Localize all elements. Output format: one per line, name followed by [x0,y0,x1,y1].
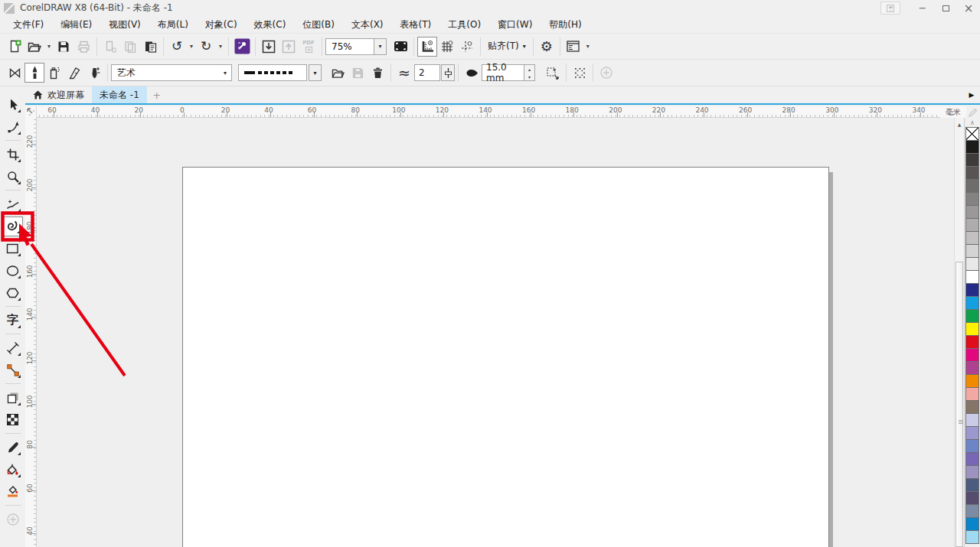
color-swatch[interactable] [965,179,979,193]
restore-button[interactable] [934,0,957,16]
redo-button[interactable]: ↻ [196,37,216,57]
color-swatch[interactable] [965,348,979,362]
crop-tool[interactable] [3,145,23,164]
minimize-button[interactable]: − [911,0,934,16]
text-tool[interactable]: 字 [3,311,23,330]
tab-welcome-screen[interactable]: 欢迎屏幕 [25,86,92,103]
new-document-button[interactable] [5,37,24,57]
zoom-tool[interactable] [3,167,23,187]
polygon-tool[interactable] [3,283,23,303]
expression-mode-button[interactable] [84,63,104,83]
options-button[interactable]: ⚙ [537,37,557,57]
color-swatch[interactable] [965,322,979,336]
color-swatch[interactable] [965,244,979,258]
application-settings-dropdown[interactable]: ▾ [583,37,593,57]
copy-button[interactable] [120,37,140,57]
stroke-width-input[interactable]: 15.0 mm [482,64,524,81]
import-button[interactable] [259,37,279,57]
smoothing-slider-button[interactable] [441,64,455,81]
dimension-tool[interactable] [3,338,23,358]
stroke-list-combobox[interactable] [238,64,307,81]
color-swatch[interactable] [965,426,979,440]
save-stroke-button[interactable] [348,63,368,83]
app-launcher-button[interactable] [232,37,252,57]
shape-tool[interactable] [3,117,23,137]
smoothing-input[interactable]: 2 [414,64,440,81]
brush-mode-button[interactable] [24,63,44,83]
horizontal-ruler[interactable]: 6040200204060801001201401601802002202402… [37,106,940,118]
interactive-fill-tool[interactable] [3,460,23,480]
vertical-scrollbar[interactable]: ▲ [954,118,964,547]
color-swatch[interactable] [965,270,979,284]
open-dropdown[interactable]: ▾ [44,37,54,57]
color-eyedropper-tool[interactable] [3,438,23,457]
color-swatch[interactable] [965,374,979,388]
color-swatch[interactable] [965,465,979,479]
color-swatch[interactable] [965,504,979,518]
color-swatch[interactable] [965,452,979,466]
zoom-level-combobox[interactable]: 75% ▾ [325,38,387,55]
stroke-width-spinner[interactable]: ▴ ▾ [524,64,535,81]
tab-flyout-button[interactable]: ▶ [963,86,980,103]
color-swatch[interactable] [965,283,979,297]
redo-dropdown[interactable]: ▾ [216,37,225,57]
pick-tool[interactable] [3,95,23,115]
calligraphic-mode-button[interactable] [64,63,84,83]
freehand-tool[interactable] [3,194,23,214]
color-swatch-none[interactable] [965,127,979,141]
scrollbar-up-icon[interactable]: ▲ [955,122,964,127]
export-button[interactable] [279,37,299,57]
new-document-tab-button[interactable]: + [147,86,167,103]
scrollbar-thumb[interactable] [956,262,963,547]
color-swatch[interactable] [965,192,979,206]
color-swatch[interactable] [965,140,979,154]
menu-item-4[interactable]: 对象(C) [197,17,246,33]
menu-item-10[interactable]: 窗口(W) [489,17,541,33]
stroke-list-dropdown[interactable]: ▾ [309,64,322,81]
drop-shadow-tool[interactable] [3,388,23,408]
drawing-canvas[interactable] [37,118,954,547]
color-swatch[interactable] [965,309,979,323]
scale-with-object-button[interactable] [543,63,563,83]
menu-item-8[interactable]: 表格(T) [392,17,440,33]
menu-item-2[interactable]: 视图(V) [100,17,149,33]
color-swatch[interactable] [965,491,979,505]
color-swatch[interactable] [965,387,979,401]
sprayer-mode-button[interactable] [44,63,64,83]
add-tools-button[interactable] [3,510,23,529]
stroke-category-combobox[interactable]: 艺术 ▾ [111,64,232,81]
border-button[interactable] [570,63,590,83]
menu-item-3[interactable]: 布局(L) [149,17,197,33]
color-swatch[interactable] [965,413,979,427]
menu-item-11[interactable]: 帮助(H) [541,17,590,33]
close-button[interactable]: × [957,0,980,16]
smart-fill-tool[interactable] [3,482,23,502]
color-swatch[interactable] [965,478,979,492]
color-swatch[interactable] [965,166,979,180]
color-swatch[interactable] [965,257,979,271]
menu-item-1[interactable]: 编辑(E) [52,17,100,33]
show-guidelines-button[interactable] [457,37,477,57]
color-swatch[interactable] [965,400,979,414]
undo-dropdown[interactable]: ▾ [187,37,196,57]
color-swatch[interactable] [965,153,979,167]
menu-item-5[interactable]: 效果(C) [246,17,295,33]
document-page[interactable] [182,167,829,547]
browse-strokes-button[interactable] [328,63,348,83]
show-grid-button[interactable] [437,37,457,57]
vertical-ruler[interactable]: 220200180160140120100806040 [25,118,37,547]
stroke-category-dropdown-icon[interactable]: ▾ [219,65,231,80]
account-avatar-button[interactable] [880,2,900,15]
edit-scale-button[interactable] [966,106,980,118]
color-swatch[interactable] [965,205,979,219]
connector-tool[interactable] [3,360,23,380]
rectangle-tool[interactable] [3,239,23,259]
undo-button[interactable]: ↺ [167,37,187,57]
cut-button[interactable] [100,37,120,57]
menu-item-9[interactable]: 工具(O) [439,17,489,33]
color-swatch[interactable] [965,296,979,310]
tab-untitled-document[interactable]: 未命名 -1 [92,86,147,103]
color-swatch[interactable] [965,361,979,375]
save-button[interactable] [54,37,74,57]
ruler-origin-corner[interactable] [25,106,37,118]
